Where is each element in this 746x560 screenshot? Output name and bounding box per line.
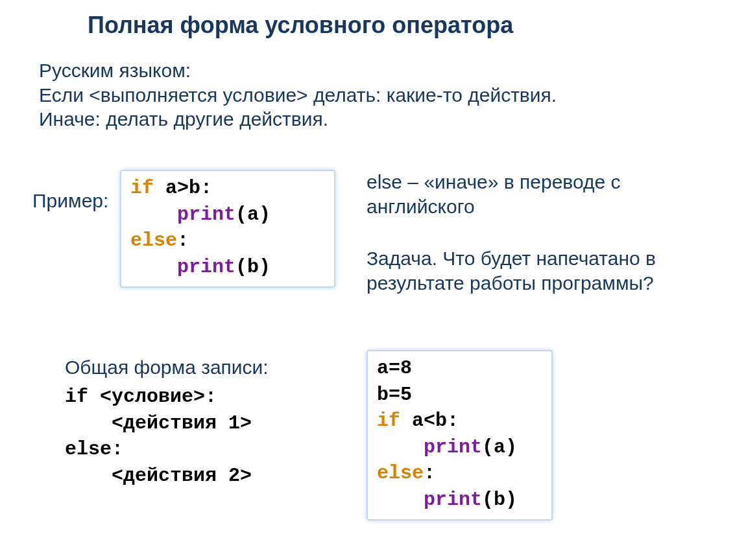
slide: Полная форма условного оператора Русским…: [0, 0, 746, 560]
intro-line-2: Если <выполняется условие> делать: какие…: [39, 83, 707, 108]
code-line: a=8: [377, 357, 412, 379]
code-indent: [130, 204, 177, 226]
code-keyword-else: else: [377, 462, 424, 484]
code-text: a<b:: [400, 410, 459, 432]
code-func-print: print: [424, 436, 482, 458]
general-line-4: <действия 2>: [65, 465, 252, 487]
code-text: a>b:: [154, 177, 212, 199]
task-question: Задача. Что будет напечатано в результат…: [367, 246, 730, 295]
code-func-print: print: [177, 204, 235, 226]
general-line-1: if <условие>:: [65, 386, 217, 408]
general-form-code: if <условие>: <действия 1> else: <действ…: [65, 384, 252, 489]
task-code-box: a=8 b=5 if a<b: print(a) else: print(b): [367, 350, 553, 520]
general-line-3: else:: [65, 438, 123, 460]
else-description: else – «иначе» в переводе с английского: [367, 170, 717, 218]
code-paren: (a): [235, 204, 271, 226]
code-indent: [377, 436, 424, 458]
code-keyword-if: if: [130, 177, 154, 199]
code-paren: (a): [482, 436, 517, 458]
code-paren: (b): [235, 256, 271, 278]
example-label: Пример:: [32, 190, 108, 212]
general-form-label: Общая форма записи:: [65, 356, 269, 379]
intro-line-1: Русским языком:: [39, 58, 707, 83]
example-code-box: if a>b: print(a) else: print(b): [120, 170, 335, 288]
code-paren: (b): [482, 489, 517, 511]
code-line: b=5: [377, 384, 412, 406]
intro-text: Русским языком: Если <выполняется услови…: [39, 58, 707, 132]
code-keyword-else: else: [130, 229, 177, 251]
code-func-print: print: [424, 489, 482, 511]
code-indent: [377, 489, 424, 511]
code-func-print: print: [177, 256, 235, 278]
code-colon: :: [424, 462, 435, 484]
intro-line-3: Иначе: делать другие действия.: [39, 107, 707, 132]
general-line-2: <действия 1>: [65, 412, 252, 434]
slide-title: Полная форма условного оператора: [88, 12, 513, 39]
code-colon: :: [177, 229, 189, 251]
code-indent: [130, 256, 177, 278]
code-keyword-if: if: [377, 410, 400, 432]
